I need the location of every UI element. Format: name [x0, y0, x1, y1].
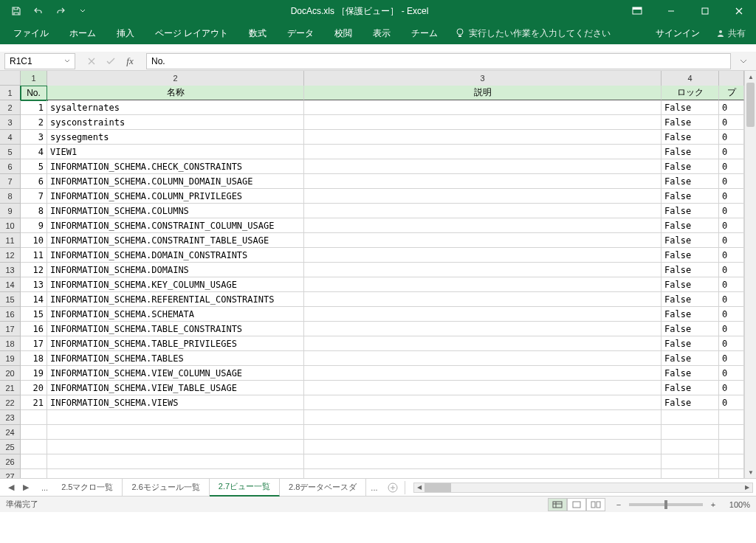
empty-cell[interactable]	[304, 425, 662, 440]
row-header[interactable]: 23	[0, 410, 21, 425]
cell-no[interactable]: 12	[21, 263, 47, 277]
share-button[interactable]: 共有	[709, 27, 753, 40]
empty-cell[interactable]	[21, 469, 47, 478]
row-header[interactable]: 24	[0, 425, 21, 440]
empty-cell[interactable]	[304, 469, 662, 478]
cell-lock[interactable]: False	[662, 204, 719, 218]
cell-lock[interactable]: False	[662, 263, 719, 277]
cell-desc[interactable]	[304, 130, 662, 145]
row-header[interactable]: 10	[0, 218, 21, 233]
row-header[interactable]: 6	[0, 159, 21, 174]
cell-no[interactable]: 9	[21, 218, 47, 233]
header-cell-lock[interactable]: ロック	[662, 86, 719, 100]
cell-lock[interactable]: False	[662, 381, 719, 395]
row-header[interactable]: 26	[0, 454, 21, 469]
cell-no[interactable]: 13	[21, 277, 47, 292]
cell-p[interactable]: 0	[719, 381, 744, 395]
empty-cell[interactable]	[662, 469, 719, 478]
select-all-corner[interactable]	[0, 71, 21, 86]
name-box[interactable]: R1C1	[4, 53, 75, 69]
tab-home[interactable]: ホーム	[59, 22, 106, 44]
cell-name[interactable]: sysconstraints	[47, 115, 304, 130]
cell-p[interactable]: 0	[719, 100, 744, 115]
column-header-2[interactable]: 2	[47, 71, 304, 86]
cell-name[interactable]: INFORMATION_SCHEMA.DOMAIN_CONSTRAINTS	[47, 248, 304, 263]
formula-bar[interactable]: No.	[146, 53, 731, 69]
sheet-overflow-right[interactable]: ...	[366, 483, 382, 492]
zoom-slider-thumb[interactable]	[664, 500, 667, 509]
cell-lock[interactable]: False	[662, 233, 719, 248]
enter-formula-button[interactable]	[102, 53, 120, 69]
cell-desc[interactable]	[304, 395, 662, 410]
ribbon-display-button[interactable]	[620, 0, 654, 22]
insert-function-button[interactable]: fx	[121, 53, 139, 69]
empty-cell[interactable]	[719, 410, 744, 425]
cell-p[interactable]: 0	[719, 189, 744, 204]
cell-name[interactable]: INFORMATION_SCHEMA.COLUMN_PRIVILEGES	[47, 189, 304, 204]
cell-lock[interactable]: False	[662, 395, 719, 410]
cell-no[interactable]: 14	[21, 292, 47, 307]
horizontal-scrollbar[interactable]: ◀ ▶	[413, 483, 753, 493]
cell-lock[interactable]: False	[662, 145, 719, 159]
cell-name[interactable]: INFORMATION_SCHEMA.VIEW_TABLE_USAGE	[47, 381, 304, 395]
cell-name[interactable]: INFORMATION_SCHEMA.VIEW_COLUMN_USAGE	[47, 366, 304, 381]
row-header[interactable]: 13	[0, 263, 21, 277]
cell-p[interactable]: 0	[719, 233, 744, 248]
cell-lock[interactable]: False	[662, 174, 719, 189]
new-sheet-button[interactable]	[382, 483, 403, 493]
cell-desc[interactable]	[304, 159, 662, 174]
cell-name[interactable]: INFORMATION_SCHEMA.TABLE_CONSTRAINTS	[47, 322, 304, 336]
cancel-formula-button[interactable]	[83, 53, 100, 69]
row-header[interactable]: 7	[0, 174, 21, 189]
tab-insert[interactable]: 挿入	[106, 22, 145, 44]
header-cell-no[interactable]: No.	[21, 86, 47, 100]
vertical-scrollbar[interactable]: ▲ ▼	[744, 71, 756, 478]
tab-view[interactable]: 表示	[362, 22, 401, 44]
tellme-search[interactable]: 実行したい作業を入力してください	[448, 27, 618, 40]
empty-cell[interactable]	[21, 454, 47, 469]
cell-lock[interactable]: False	[662, 292, 719, 307]
row-header[interactable]: 5	[0, 145, 21, 159]
scroll-down-button[interactable]: ▼	[745, 466, 756, 478]
empty-cell[interactable]	[47, 410, 304, 425]
empty-cell[interactable]	[47, 440, 304, 454]
header-cell-desc[interactable]: 説明	[304, 86, 662, 100]
cell-desc[interactable]	[304, 248, 662, 263]
cell-no[interactable]: 11	[21, 248, 47, 263]
row-header[interactable]: 9	[0, 204, 21, 218]
cell-no[interactable]: 7	[21, 189, 47, 204]
sheet-nav-prev[interactable]: ◀	[4, 481, 18, 494]
cell-p[interactable]: 0	[719, 307, 744, 322]
cell-desc[interactable]	[304, 115, 662, 130]
cell-lock[interactable]: False	[662, 366, 719, 381]
tab-data[interactable]: データ	[277, 22, 324, 44]
row-header[interactable]: 14	[0, 277, 21, 292]
row-header[interactable]: 18	[0, 336, 21, 351]
cell-p[interactable]: 0	[719, 218, 744, 233]
cell-no[interactable]: 3	[21, 130, 47, 145]
cell-desc[interactable]	[304, 351, 662, 366]
signin-link[interactable]: サインイン	[647, 27, 709, 40]
tab-review[interactable]: 校閲	[324, 22, 362, 44]
empty-cell[interactable]	[47, 454, 304, 469]
empty-cell[interactable]	[304, 454, 662, 469]
empty-cell[interactable]	[662, 440, 719, 454]
tab-team[interactable]: チーム	[401, 22, 448, 44]
expand-formula-bar-button[interactable]	[735, 58, 752, 64]
cell-lock[interactable]: False	[662, 336, 719, 351]
cell-p[interactable]: 0	[719, 174, 744, 189]
cell-desc[interactable]	[304, 263, 662, 277]
sheet-overflow-left[interactable]: ...	[37, 483, 52, 492]
cell-desc[interactable]	[304, 292, 662, 307]
column-header-1[interactable]: 1	[21, 71, 47, 86]
cell-name[interactable]: VIEW1	[47, 145, 304, 159]
empty-cell[interactable]	[21, 440, 47, 454]
empty-cell[interactable]	[719, 454, 744, 469]
cell-lock[interactable]: False	[662, 248, 719, 263]
cell-desc[interactable]	[304, 189, 662, 204]
cell-p[interactable]: 0	[719, 115, 744, 130]
cell-no[interactable]: 16	[21, 322, 47, 336]
normal-view-button[interactable]	[548, 498, 567, 511]
cell-name[interactable]: INFORMATION_SCHEMA.REFERENTIAL_CONSTRAIN…	[47, 292, 304, 307]
empty-cell[interactable]	[719, 440, 744, 454]
